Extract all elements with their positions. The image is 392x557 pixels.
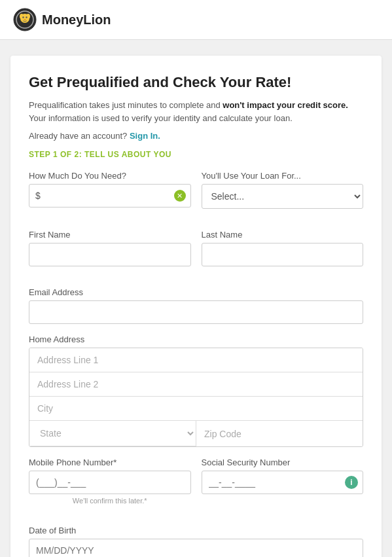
phone-label: Mobile Phone Number* (29, 458, 191, 467)
last-name-input[interactable] (202, 243, 364, 266)
name-row: First Name Last Name (29, 230, 363, 277)
header: MoneyLion (0, 0, 392, 40)
address-block: State ALAK AZCA COFL GANY TX (29, 348, 363, 447)
state-zip-row: State ALAK AZCA COFL GANY TX (29, 421, 363, 446)
ssn-group: Social Security Number i (202, 458, 364, 505)
phone-input[interactable] (29, 471, 191, 494)
logo-container: MoneyLion (13, 8, 111, 31)
first-name-label: First Name (29, 230, 191, 240)
step-label: STEP 1 OF 2: TELL US ABOUT YOU (29, 150, 363, 159)
last-name-label: Last Name (202, 230, 364, 240)
email-group: Email Address (29, 287, 363, 324)
dob-input[interactable] (29, 539, 363, 557)
form-title: Get Prequalified and Check Your Rate! (29, 74, 363, 91)
first-name-input[interactable] (29, 243, 191, 266)
dob-label: Date of Birth (29, 526, 363, 535)
address-line1-input[interactable] (29, 348, 363, 372)
zip-input[interactable] (196, 421, 363, 446)
city-input[interactable] (29, 397, 363, 421)
loan-amount-row: How Much Do You Need? $ ✕ You'll Use You… (29, 171, 363, 219)
ssn-input[interactable] (202, 471, 364, 494)
how-much-group: How Much Do You Need? $ ✕ (29, 171, 191, 209)
dollar-sign-icon: $ (35, 190, 41, 201)
state-select[interactable]: State ALAK AZCA COFL GANY TX (29, 421, 196, 446)
home-address-section: Home Address State ALAK AZCA COFL GANY T… (29, 334, 363, 447)
home-address-label: Home Address (29, 334, 363, 344)
loan-for-label: You'll Use Your Loan For... (202, 171, 364, 181)
phone-group: Mobile Phone Number* We'll confirm this … (29, 458, 191, 505)
moneylion-logo-icon (13, 8, 37, 31)
subtitle-part2: Your information is used to verify your … (29, 113, 293, 123)
ssn-wrap: i (202, 471, 364, 494)
svg-point-8 (24, 19, 26, 20)
svg-point-6 (22, 16, 24, 18)
amount-input-wrap: $ ✕ (29, 184, 191, 207)
confirm-text: We'll confirm this later.* (29, 497, 191, 505)
already-account-text: Already have an account? Sign In. (29, 131, 363, 141)
dob-group: Date of Birth (29, 526, 363, 557)
email-input[interactable] (29, 300, 363, 324)
form-subtitle: Prequalification takes just minutes to c… (29, 99, 363, 124)
first-name-group: First Name (29, 230, 191, 266)
loan-for-select[interactable]: Select... Debt Consolidation Home Improv… (202, 184, 364, 209)
form-card: Get Prequalified and Check Your Rate! Pr… (10, 56, 382, 557)
last-name-group: Last Name (202, 230, 364, 266)
ssn-info-icon[interactable]: i (345, 476, 358, 489)
svg-point-5 (21, 14, 29, 22)
clear-amount-button[interactable]: ✕ (174, 190, 186, 202)
email-label: Email Address (29, 287, 363, 297)
logo-text: MoneyLion (42, 12, 111, 27)
amount-input[interactable] (29, 184, 191, 207)
svg-point-7 (26, 16, 27, 18)
loan-for-group: You'll Use Your Loan For... Select... De… (202, 171, 364, 209)
phone-ssn-row: Mobile Phone Number* We'll confirm this … (29, 458, 363, 515)
subtitle-part1: Prequalification takes just minutes to c… (29, 100, 223, 110)
subtitle-bold: won't impact your credit score. (223, 100, 348, 110)
sign-in-link[interactable]: Sign In. (130, 131, 160, 141)
address-line2-input[interactable] (29, 372, 363, 397)
how-much-label: How Much Do You Need? (29, 171, 191, 181)
ssn-label: Social Security Number (202, 458, 364, 467)
